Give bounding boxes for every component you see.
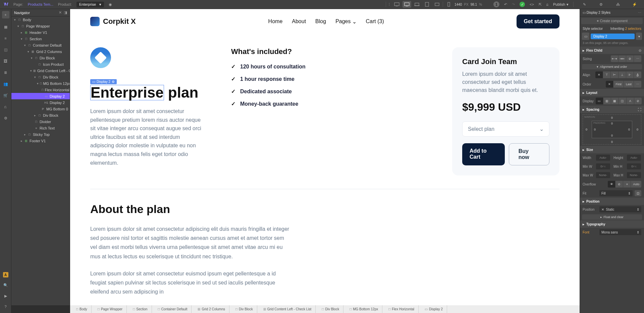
topbar-right: 1 ↶ ↷ ✓ <> ⇱ ⩍ Publish ▾ (493, 1, 569, 7)
status-check-icon[interactable]: ✓ (520, 2, 525, 7)
device-tablet-button[interactable] (423, 1, 431, 8)
chevron-down-icon: ▾ (99, 2, 101, 7)
more-icon[interactable]: ⋮ (387, 2, 391, 7)
notification-badge[interactable]: 1 (493, 1, 499, 7)
canvas-dimensions: 1440 PX 98.1 % (454, 3, 482, 6)
divider (443, 2, 443, 7)
effects-icon[interactable]: ⚡ (629, 0, 641, 9)
interactions-icon[interactable]: ⁂ (612, 0, 624, 9)
preview-icon[interactable]: ◉ (109, 2, 112, 7)
svg-rect-4 (415, 3, 419, 6)
device-switcher: ⋮ 1440 PX 98.1 % (386, 1, 482, 8)
product-label: Product: (58, 2, 72, 6)
device-desktop-button[interactable] (402, 1, 411, 8)
device-laptop-button[interactable] (413, 1, 421, 8)
divider (386, 2, 386, 7)
device-xl-button[interactable] (392, 1, 401, 8)
settings-icon[interactable]: ⚙ (595, 0, 607, 9)
product-selector[interactable]: Enterprise ▾ (76, 2, 104, 7)
undo-icon[interactable]: ↶ (504, 2, 507, 7)
code-icon[interactable]: <> (530, 2, 534, 6)
brush-icon[interactable]: ✎ (578, 0, 590, 9)
svg-rect-7 (435, 3, 439, 6)
page-label: Page: (13, 2, 23, 6)
chevron-down-icon: ▾ (567, 2, 569, 7)
device-mobile-button[interactable] (444, 1, 453, 8)
svg-rect-2 (405, 3, 409, 6)
redo-icon[interactable]: ↷ (512, 2, 515, 7)
audit-icon[interactable]: ⩍ (546, 2, 548, 6)
divider (573, 2, 574, 7)
svg-rect-0 (394, 3, 399, 6)
product-name: Enterprise (79, 2, 96, 6)
export-icon[interactable]: ⇱ (539, 2, 542, 7)
page-name-link[interactable]: Products Tem... (28, 2, 53, 6)
svg-rect-6 (425, 2, 429, 6)
svg-rect-8 (448, 2, 450, 6)
webflow-logo-icon[interactable] (3, 2, 9, 7)
top-bar: Page: Products Tem... Product: Enterpris… (0, 0, 644, 9)
device-mobile-l-button[interactable] (433, 1, 441, 8)
publish-button[interactable]: Publish ▾ (553, 2, 569, 7)
